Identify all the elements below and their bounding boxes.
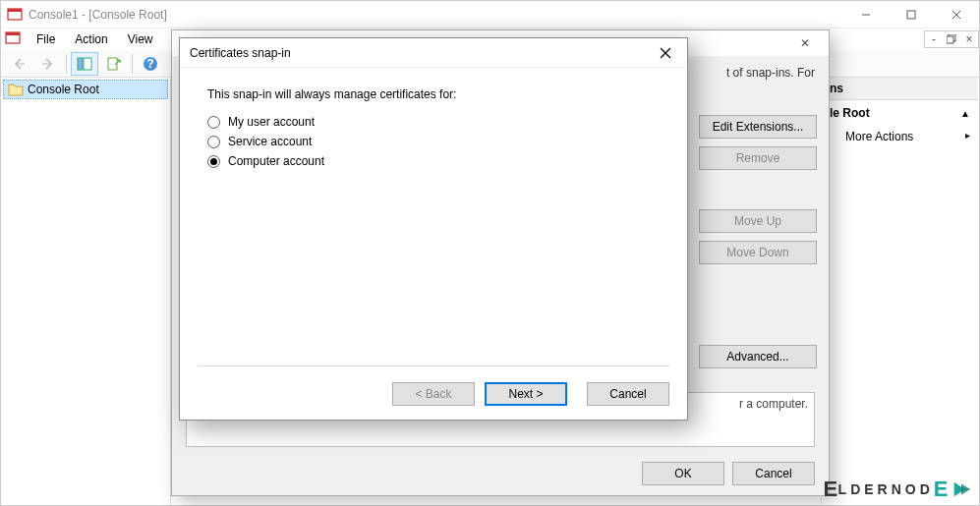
wizard-title-text: Certificates snap-in (190, 46, 654, 60)
wizard-footer: < Back Next > Cancel (392, 382, 669, 406)
edit-extensions-button[interactable]: Edit Extensions... (699, 115, 817, 139)
move-up-button[interactable]: Move Up (699, 209, 817, 233)
text-fragment: t of snap-ins. For (726, 66, 815, 80)
mdi-minimize[interactable]: - (925, 31, 943, 47)
radio-dot-icon (210, 158, 217, 165)
mdi-controls: - × (924, 30, 979, 48)
menu-action[interactable]: Action (65, 30, 117, 48)
mmc-doc-icon (5, 30, 21, 46)
tree-root-label: Console Root (28, 83, 99, 96)
actions-header: ns (822, 78, 978, 100)
more-actions-item[interactable]: More Actions ▸ (822, 126, 978, 147)
svg-rect-10 (78, 58, 83, 70)
certificates-snapin-wizard: Certificates snap-in This snap-in will a… (179, 37, 688, 421)
radio-label: Computer account (228, 154, 324, 168)
menu-file[interactable]: File (27, 30, 65, 48)
nav-forward-button[interactable] (34, 52, 62, 76)
help-button[interactable]: ? (137, 52, 164, 76)
mmc-titlebar: Console1 - [Console Root] (1, 1, 979, 28)
wizard-body: This snap-in will always manage certific… (180, 68, 687, 194)
mdi-close[interactable]: × (960, 31, 978, 47)
show-hide-tree-button[interactable] (71, 52, 98, 76)
addremove-close-button[interactable]: ✕ (789, 36, 821, 50)
more-actions-label: More Actions (845, 130, 913, 143)
description-text: r a computer. (739, 397, 808, 411)
folder-icon (8, 83, 24, 96)
radio-label: My user account (228, 115, 315, 129)
ok-button[interactable]: OK (642, 462, 724, 485)
svg-rect-3 (907, 11, 915, 19)
tree-root-node[interactable]: Console Root (3, 80, 168, 99)
toolbar-separator (132, 54, 133, 74)
remove-button[interactable]: Remove (699, 146, 817, 170)
advanced-button[interactable]: Advanced... (699, 345, 817, 368)
minimize-button[interactable] (843, 1, 889, 28)
svg-rect-9 (947, 36, 953, 43)
radio-service-account[interactable]: Service account (207, 135, 660, 148)
watermark-text: E (823, 477, 837, 502)
radio-computer-account[interactable]: Computer account (207, 154, 660, 168)
watermark-logo: E LDERNOD E (823, 477, 972, 502)
svg-rect-11 (84, 58, 91, 70)
export-list-button[interactable] (100, 52, 128, 76)
wizard-titlebar: Certificates snap-in (180, 38, 687, 68)
mmc-app-icon (7, 7, 23, 23)
collapse-icon: ▲ (960, 108, 970, 119)
radio-icon (207, 116, 220, 129)
move-down-button[interactable]: Move Down (699, 241, 817, 264)
watermark-text: LDERNOD (838, 481, 934, 497)
actions-section-label: le Root (830, 106, 870, 120)
nav-back-button[interactable] (5, 52, 32, 76)
wizard-separator (198, 365, 669, 366)
mdi-restore[interactable] (943, 31, 960, 47)
cancel-button[interactable]: Cancel (732, 462, 815, 485)
watermark-text: E (934, 477, 949, 502)
radio-icon (207, 136, 220, 148)
menu-view[interactable]: View (118, 30, 163, 48)
tree-pane: Console Root (1, 78, 171, 505)
wizard-close-button[interactable] (654, 41, 677, 65)
svg-text:?: ? (146, 57, 153, 71)
next-button[interactable]: Next > (485, 382, 567, 406)
side-buttons: Edit Extensions... Remove Move Up Move D… (699, 115, 817, 264)
svg-rect-1 (8, 9, 22, 12)
radio-label: Service account (228, 135, 312, 148)
play-icon (951, 478, 972, 500)
radio-icon (207, 155, 220, 168)
addremove-footer: OK Cancel (642, 462, 815, 485)
maximize-button[interactable] (889, 1, 934, 28)
radio-my-user-account[interactable]: My user account (207, 115, 660, 129)
actions-pane: ns le Root ▲ More Actions ▸ (821, 78, 978, 504)
back-button[interactable]: < Back (392, 382, 475, 406)
window-controls (843, 1, 979, 28)
actions-section[interactable]: le Root ▲ (822, 100, 978, 126)
wizard-cancel-button[interactable]: Cancel (587, 382, 669, 406)
chevron-right-icon: ▸ (965, 130, 970, 141)
toolbar-separator (66, 54, 67, 74)
wizard-heading: This snap-in will always manage certific… (207, 87, 660, 101)
svg-rect-7 (6, 32, 20, 35)
window-title: Console1 - [Console Root] (29, 8, 843, 22)
close-button[interactable] (934, 1, 979, 28)
close-icon (660, 47, 671, 59)
